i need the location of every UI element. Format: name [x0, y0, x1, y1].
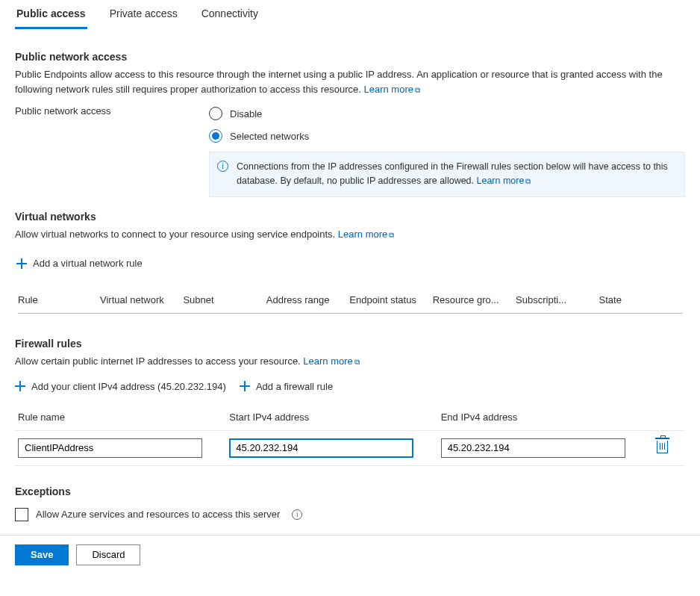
discard-button[interactable]: Discard — [76, 544, 140, 565]
col-actions — [652, 412, 682, 423]
learn-more-label: Learn more — [303, 356, 352, 367]
info-icon[interactable]: i — [292, 509, 302, 520]
fw-table-row — [15, 431, 685, 466]
radio-disable[interactable]: Disable — [209, 107, 685, 120]
vn-learn-more-link[interactable]: Learn more⧉ — [338, 229, 394, 240]
external-icon: ⧉ — [354, 358, 360, 366]
save-button[interactable]: Save — [15, 544, 69, 565]
end-ip-input[interactable] — [441, 438, 625, 458]
col-address-range: Address range — [266, 294, 349, 305]
allow-azure-label: Allow Azure services and resources to ac… — [36, 509, 280, 520]
tab-private-access[interactable]: Private access — [108, 0, 179, 29]
tab-public-access[interactable]: Public access — [15, 0, 87, 29]
pna-desc-text: Public Endpoints allow access to this re… — [15, 69, 663, 95]
pna-learn-more-link[interactable]: Learn more⧉ — [364, 84, 420, 95]
pna-info-learn-more-link[interactable]: Learn more⧉ — [477, 176, 531, 186]
radio-icon-selected — [209, 129, 222, 143]
pna-field-label: Public network access — [15, 102, 209, 117]
vn-description: Allow virtual networks to connect to you… — [15, 227, 685, 242]
col-end-ip: End IPv4 address — [441, 412, 631, 423]
external-icon: ⧉ — [415, 86, 420, 94]
add-client-ip-label: Add your client IPv4 address (45.20.232.… — [31, 381, 226, 392]
col-virtual-network: Virtual network — [100, 294, 183, 305]
learn-more-label: Learn more — [338, 229, 387, 240]
radio-disable-label: Disable — [230, 108, 262, 119]
info-icon: i — [217, 161, 228, 172]
pna-description: Public Endpoints allow access to this re… — [15, 67, 685, 96]
fw-learn-more-link[interactable]: Learn more⧉ — [303, 356, 359, 367]
col-endpoint-status: Endpoint status — [349, 294, 432, 305]
learn-more-label: Learn more — [364, 84, 413, 95]
allow-azure-services-checkbox[interactable]: Allow Azure services and resources to ac… — [15, 508, 685, 521]
external-icon: ⧉ — [525, 177, 531, 185]
footer-bar: Save Discard — [0, 535, 700, 574]
add-client-ip-button[interactable]: Add your client IPv4 address (45.20.232.… — [15, 381, 226, 392]
col-resource-group: Resource gro... — [433, 294, 516, 305]
vn-heading: Virtual networks — [15, 211, 685, 223]
fw-description: Allow certain public internet IP address… — [15, 354, 685, 369]
external-icon: ⧉ — [389, 231, 394, 239]
fw-table-header: Rule name Start IPv4 address End IPv4 ad… — [15, 404, 685, 431]
col-rule-name: Rule name — [18, 412, 208, 423]
vn-desc-text: Allow virtual networks to connect to you… — [15, 229, 338, 240]
vn-table-header: Rule Virtual network Subnet Address rang… — [18, 279, 682, 314]
radio-selected-label: Selected networks — [230, 131, 309, 142]
col-state: State — [599, 294, 682, 305]
learn-more-label: Learn more — [477, 176, 525, 186]
plus-icon — [240, 381, 250, 391]
pna-info-text: Connections from the IP addresses config… — [237, 161, 668, 186]
plus-icon — [15, 381, 25, 391]
rule-name-input[interactable] — [18, 438, 202, 458]
col-rule: Rule — [18, 294, 100, 305]
delete-rule-button[interactable] — [657, 441, 668, 453]
add-vn-label: Add a virtual network rule — [33, 258, 143, 269]
tabs-bar: Public access Private access Connectivit… — [0, 0, 700, 30]
fw-heading: Firewall rules — [15, 338, 685, 350]
pna-info-callout: i Connections from the IP addresses conf… — [209, 152, 685, 197]
add-virtual-network-rule-button[interactable]: Add a virtual network rule — [16, 258, 143, 269]
exceptions-heading: Exceptions — [15, 485, 685, 497]
add-firewall-rule-label: Add a firewall rule — [256, 381, 333, 392]
fw-desc-text: Allow certain public internet IP address… — [15, 356, 303, 367]
radio-icon-unselected — [209, 107, 222, 120]
plus-icon — [16, 258, 27, 269]
col-start-ip: Start IPv4 address — [229, 412, 419, 423]
col-subscription: Subscripti... — [516, 294, 599, 305]
pna-heading: Public network access — [15, 51, 685, 63]
radio-selected-networks[interactable]: Selected networks — [209, 129, 685, 143]
start-ip-input[interactable] — [229, 438, 413, 458]
add-firewall-rule-button[interactable]: Add a firewall rule — [240, 381, 333, 392]
col-subnet: Subnet — [183, 294, 266, 305]
checkbox-icon — [15, 508, 28, 521]
tab-connectivity[interactable]: Connectivity — [200, 0, 260, 29]
